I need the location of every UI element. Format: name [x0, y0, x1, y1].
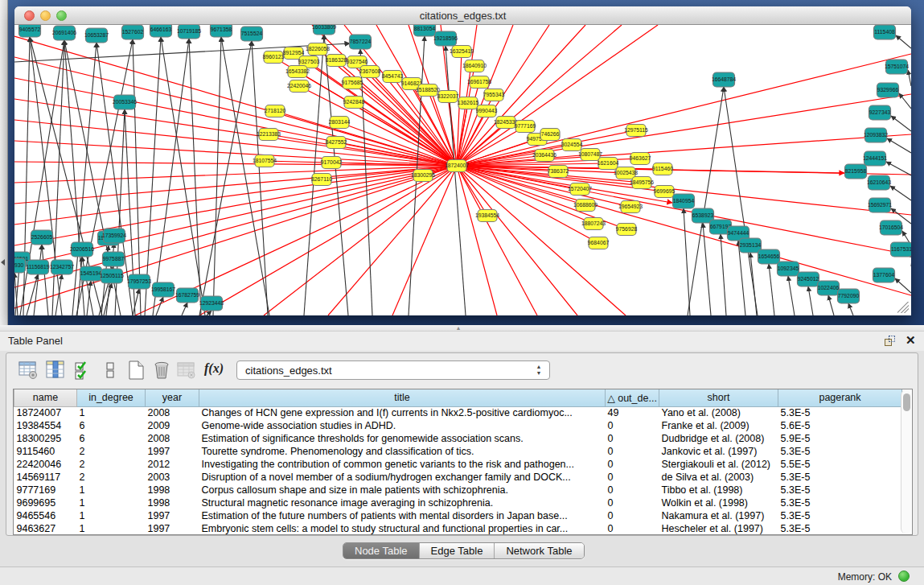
- panel-divider[interactable]: ▴: [0, 325, 924, 332]
- graph-edge-black[interactable]: [788, 276, 795, 315]
- graph-edge-black[interactable]: [848, 303, 853, 315]
- graph-edge-black[interactable]: [221, 37, 269, 315]
- graph-edge-black[interactable]: [189, 39, 201, 315]
- graph-edge-red[interactable]: [457, 166, 497, 315]
- graph-node-label: 7955343: [483, 92, 505, 97]
- graph-edge-black[interactable]: [161, 37, 205, 315]
- new-table-icon[interactable]: [125, 360, 146, 381]
- graph-edge-black[interactable]: [42, 245, 48, 315]
- canvas-resize-grip[interactable]: [897, 302, 909, 313]
- column-header[interactable]: name: [14, 389, 77, 406]
- table-type-tabs: Node TableEdge TableNetwork Table: [0, 541, 924, 566]
- graph-node-label: 12342757: [50, 264, 74, 270]
- table-row[interactable]: 969969511998Structural magnetic resonanc…: [14, 496, 902, 509]
- table-cell: de Silva et al. (2003): [659, 471, 778, 484]
- graph-edge-black[interactable]: [104, 283, 112, 315]
- graph-edge-black[interactable]: [828, 295, 834, 315]
- tab-edge-table[interactable]: Edge Table: [419, 543, 495, 558]
- graph-edge-black[interactable]: [808, 286, 813, 315]
- window-titlebar[interactable]: citations_edges.txt: [14, 6, 911, 25]
- graph-edge-red[interactable]: [457, 134, 911, 166]
- graph-edge-black[interactable]: [77, 257, 82, 315]
- graph-edge-black[interactable]: [199, 41, 252, 315]
- table-body: 1872400712008Changes of HCN gene express…: [14, 406, 902, 535]
- table-scrollbar-thumb[interactable]: [903, 393, 910, 411]
- table-cell: 0: [606, 509, 659, 522]
- table-cell: Yano et al. (2008): [659, 406, 778, 419]
- table-row[interactable]: 1830029562008Estimation of significance …: [14, 432, 902, 445]
- graph-node-label: 9329966: [877, 87, 899, 93]
- divider-handle-icon[interactable]: ▴: [457, 326, 460, 331]
- graph-edge-black[interactable]: [887, 138, 911, 153]
- graph-edge-red[interactable]: [392, 166, 457, 315]
- select-columns-icon[interactable]: [72, 360, 93, 381]
- delete-table-icon[interactable]: [151, 360, 172, 381]
- column-header[interactable]: year: [146, 389, 199, 406]
- graph-edge-red[interactable]: [199, 166, 457, 315]
- network-canvas[interactable]: 1872400789601238912954182260589327503165…: [14, 25, 911, 315]
- row-height-icon[interactable]: [100, 360, 121, 381]
- table-scrollbar[interactable]: [901, 390, 911, 534]
- graph-edge-red[interactable]: [14, 166, 457, 308]
- spinner-arrows-icon[interactable]: ▲▼: [533, 364, 544, 377]
- graph-edge-black[interactable]: [769, 264, 774, 315]
- citation-graph[interactable]: 1872400789601238912954182260589327503165…: [14, 25, 911, 315]
- column-header[interactable]: in_degree: [77, 389, 146, 406]
- graph-edge-black[interactable]: [684, 208, 690, 315]
- table-row[interactable]: 1938455462009Genome-wide association stu…: [14, 419, 902, 432]
- graph-node-label: 9327546: [347, 59, 368, 64]
- column-edit-icon[interactable]: [45, 360, 66, 381]
- graph-edge-black[interactable]: [908, 70, 911, 86]
- table-settings-icon[interactable]: [18, 360, 39, 381]
- graph-node-label: 9699695: [654, 188, 676, 194]
- table-row[interactable]: 2242004622012Investigating the contribut…: [14, 458, 902, 471]
- float-panel-icon[interactable]: [885, 336, 896, 347]
- column-header[interactable]: △ out_de...: [606, 389, 659, 406]
- memory-status-indicator[interactable]: [898, 571, 910, 582]
- table-row[interactable]: 911546021997Tourette syndrome. Phenomeno…: [14, 445, 902, 458]
- table-row[interactable]: 946554611997Estimation of the future num…: [14, 509, 902, 522]
- table-row[interactable]: 1456911722003Disruption of a novel membe…: [14, 471, 902, 484]
- graph-edge-black[interactable]: [182, 303, 187, 315]
- graph-edge-red[interactable]: [264, 166, 457, 315]
- table-panel-body: f(x) citations_edges.txt ▲▼ namein_degre…: [0, 351, 924, 566]
- graph-edge-black[interactable]: [156, 297, 163, 315]
- column-header[interactable]: title: [199, 389, 606, 406]
- graph-edge-black[interactable]: [750, 253, 757, 315]
- graph-node-label: 16543382: [285, 68, 310, 74]
- graph-edge-black[interactable]: [896, 35, 911, 48]
- tab-node-table[interactable]: Node Table: [343, 543, 419, 558]
- table-cell: 0: [606, 522, 659, 535]
- graph-edge-black[interactable]: [895, 278, 911, 293]
- function-builder-icon[interactable]: f(x): [204, 361, 225, 382]
- graph-edge-red[interactable]: [275, 111, 457, 166]
- column-header[interactable]: pagerank: [778, 389, 902, 406]
- graph-edge-black[interactable]: [446, 46, 466, 315]
- graph-edge-black[interactable]: [213, 37, 221, 315]
- graph-edge-black[interactable]: [721, 234, 726, 315]
- graph-edge-red[interactable]: [457, 54, 911, 166]
- table-header-row[interactable]: namein_degreeyeartitle△ out_de...shortpa…: [14, 389, 902, 406]
- graph-edge-black[interactable]: [252, 41, 268, 315]
- collapse-arrow-icon[interactable]: [1, 259, 5, 266]
- table-row[interactable]: 977716911998Corpus callosum shape and si…: [14, 484, 902, 496]
- tab-network-table[interactable]: Network Table: [494, 543, 583, 558]
- graph-edge-black[interactable]: [899, 93, 911, 109]
- left-panel-gutter[interactable]: [0, 0, 8, 325]
- table-row[interactable]: 946362711997Embryonic stem cells: a mode…: [14, 522, 902, 535]
- graph-edge-red[interactable]: [328, 166, 457, 315]
- close-panel-icon[interactable]: ✕: [906, 333, 916, 348]
- graph-edge-red[interactable]: [269, 134, 457, 166]
- table-row[interactable]: 1872400712008Changes of HCN gene express…: [14, 406, 902, 419]
- graph-edge-red[interactable]: [14, 166, 457, 204]
- graph-edge-black[interactable]: [890, 186, 911, 200]
- graph-edge-red[interactable]: [457, 166, 911, 295]
- table-selector-dropdown[interactable]: citations_edges.txt ▲▼: [236, 360, 550, 380]
- graph-node-label: 18300295: [411, 172, 435, 178]
- graph-node-label: 2526605: [31, 234, 53, 240]
- graph-edge-black[interactable]: [115, 109, 125, 315]
- column-header[interactable]: short: [659, 389, 778, 406]
- graph-node-label: 9756928: [616, 226, 638, 232]
- graph-edge-black[interactable]: [891, 116, 911, 131]
- graph-edge-black[interactable]: [886, 162, 911, 175]
